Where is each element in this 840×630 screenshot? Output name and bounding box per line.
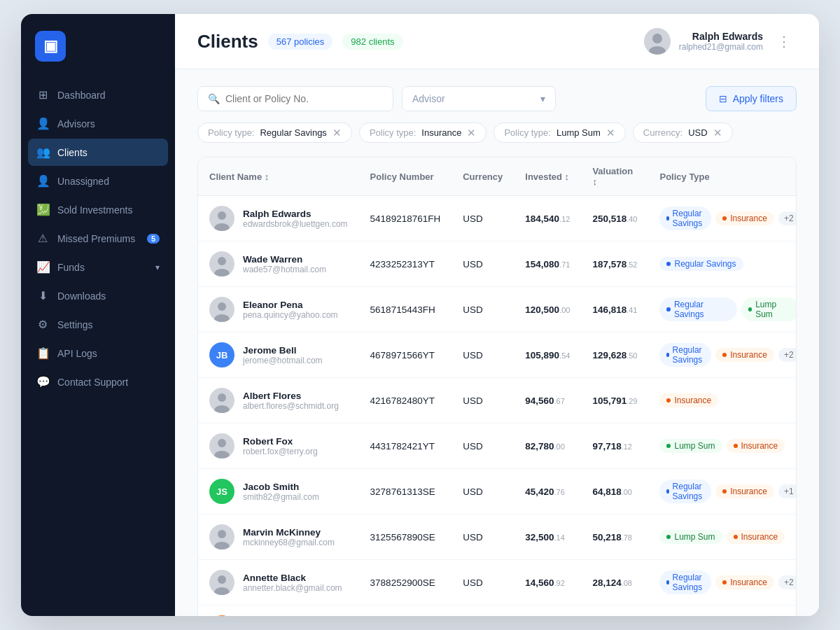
tag-dot xyxy=(722,353,727,357)
table-row: Robert Fox robert.fox@terry.org 44317824… xyxy=(198,424,797,469)
col-client-name[interactable]: Client Name ↕ xyxy=(198,158,359,196)
filter-remove-2[interactable]: ✕ xyxy=(606,127,615,138)
tag-dot xyxy=(666,216,668,220)
sidebar-item-contact-support[interactable]: 💬 Contact Support xyxy=(28,368,168,396)
tag-dot xyxy=(734,535,738,539)
filter-value-3: USD xyxy=(688,127,707,138)
client-name-9: Annette Black xyxy=(243,573,342,583)
policy-tags-9: Regular Savings Insurance+2 xyxy=(659,570,797,594)
policy-tag-insurance: Insurance xyxy=(715,348,774,362)
client-name-6: Robert Fox xyxy=(243,436,318,447)
sidebar-item-missed-premiums[interactable]: ⚠ Missed Premiums 5 xyxy=(28,225,168,252)
avatar-10: CF xyxy=(209,615,234,616)
search-box[interactable]: 🔍 xyxy=(197,86,393,111)
filter-remove-0[interactable]: ✕ xyxy=(332,127,342,138)
tag-dot xyxy=(666,353,668,357)
advisor-dropdown[interactable]: Advisor ▾ xyxy=(402,86,556,111)
client-name-5: Albert Flores xyxy=(243,391,339,401)
avatar xyxy=(644,28,671,55)
currency-10: USD xyxy=(451,606,514,617)
svg-point-19 xyxy=(218,530,226,538)
avatar-2 xyxy=(209,251,234,276)
policy-tag-insurance: Insurance xyxy=(715,575,774,589)
col-policy-number: Policy Number xyxy=(359,158,452,196)
svg-point-4 xyxy=(218,211,226,220)
tag-dot xyxy=(748,307,752,312)
client-info-2: Wade Warren wade57@hotmail.com xyxy=(243,254,326,274)
invested-1: 184,540.12 xyxy=(514,196,581,241)
sidebar-item-funds[interactable]: 📈 Funds ▾ xyxy=(28,253,168,281)
policy-tag-lump: Lump Sum xyxy=(741,298,797,321)
policy-tag-regular: Regular Savings xyxy=(659,298,736,321)
client-name-7: Jacob Smith xyxy=(243,482,319,492)
advisor-label: Advisor xyxy=(412,93,445,104)
sidebar-item-label: Advisors xyxy=(57,118,95,130)
sidebar-nav: ⊞ Dashboard 👤 Advisors 👥 Clients 👤 Unass… xyxy=(21,81,175,599)
unassigned-icon: 👤 xyxy=(36,174,49,188)
table-row: Eleanor Pena pena.quincy@yahoo.com 56187… xyxy=(198,287,797,332)
policy-tags-5: Insurance xyxy=(659,393,797,407)
client-email-5: albert.flores@schmidt.org xyxy=(243,401,339,411)
sold-investments-icon: 💹 xyxy=(36,203,49,216)
clients-table-container: Client Name ↕ Policy Number Currency Inv… xyxy=(197,157,797,616)
valuation-7: 64,818.00 xyxy=(581,469,648,514)
policy-tag-regular: Regular Savings xyxy=(659,206,711,230)
funds-icon: 📈 xyxy=(36,260,49,274)
filter-tag-2: Policy type: Lump Sum ✕ xyxy=(493,122,625,143)
clients-table: Client Name ↕ Policy Number Currency Inv… xyxy=(198,158,797,616)
sidebar-item-label: API Logs xyxy=(57,348,97,359)
filter-value-2: Lump Sum xyxy=(556,127,601,138)
col-valuation[interactable]: Valuation ↕ xyxy=(581,158,648,196)
page-title: Clients xyxy=(197,31,258,52)
client-cell-8: Marvin McKinney mckinney68@gmail.com xyxy=(198,514,359,560)
invested-10: 6,780.12 xyxy=(514,606,581,617)
filter-remove-1[interactable]: ✕ xyxy=(467,127,476,138)
tag-dot xyxy=(734,444,738,448)
policy-number-9: 3788252900SE xyxy=(359,560,452,606)
filter-remove-3[interactable]: ✕ xyxy=(713,127,722,138)
search-input[interactable] xyxy=(225,93,383,104)
main-content: Clients 567 policies 982 clients Ralph E… xyxy=(175,14,819,616)
policy-number-2: 4233252313YT xyxy=(359,241,452,287)
tag-dot xyxy=(666,535,671,539)
policy-type-cell-6: Lump Sum Insurance xyxy=(648,424,797,469)
tag-dot xyxy=(666,444,671,448)
col-currency: Currency xyxy=(451,158,514,196)
filter-label-2: Policy type: xyxy=(504,127,550,138)
client-name-4: Jerome Bell xyxy=(243,345,323,356)
avatar-7: JS xyxy=(209,479,234,504)
more-options-button[interactable]: ⋮ xyxy=(771,30,797,52)
filter-tag-1: Policy type: Insurance ✕ xyxy=(359,122,487,143)
tag-dot xyxy=(666,398,671,402)
apply-filters-button[interactable]: ⊟ Apply filters xyxy=(706,86,797,111)
sidebar-item-downloads[interactable]: ⬇ Downloads xyxy=(28,282,168,309)
table-row: Annette Black annetter.black@gmail.com 3… xyxy=(198,560,797,606)
currency-8: USD xyxy=(451,514,514,560)
sidebar-item-dashboard[interactable]: ⊞ Dashboard xyxy=(28,81,168,108)
tag-dot xyxy=(666,580,668,584)
sidebar-item-unassigned[interactable]: 👤 Unassigned xyxy=(28,167,168,195)
client-email-2: wade57@hotmail.com xyxy=(243,265,326,274)
col-invested[interactable]: Invested ↕ xyxy=(514,158,581,196)
sidebar-item-api-logs[interactable]: 📋 API Logs xyxy=(28,340,168,367)
svg-point-7 xyxy=(218,257,226,265)
client-info-9: Annette Black annetter.black@gmail.com xyxy=(243,573,342,593)
sidebar-item-sold-investments[interactable]: 💹 Sold Investments xyxy=(28,196,168,223)
policy-type-cell-5: Insurance xyxy=(648,378,797,424)
sidebar-item-advisors[interactable]: 👤 Advisors xyxy=(28,110,168,137)
policy-type-cell-4: Regular Savings Insurance+2 xyxy=(648,332,797,378)
sidebar-item-clients[interactable]: 👥 Clients xyxy=(28,139,168,166)
currency-7: USD xyxy=(451,469,514,514)
table-row: Wade Warren wade57@hotmail.com 423325231… xyxy=(198,241,797,287)
avatar-3 xyxy=(209,297,234,322)
client-info-4: Jerome Bell jerome@hotmail.com xyxy=(243,345,323,365)
user-email: ralphed21@gmail.com xyxy=(679,42,763,52)
tag-more-4: +2 xyxy=(778,348,797,362)
client-cell-6: Robert Fox robert.fox@terry.org xyxy=(198,424,359,469)
dashboard-icon: ⊞ xyxy=(36,88,49,102)
currency-1: USD xyxy=(451,196,514,241)
client-info-5: Albert Flores albert.flores@schmidt.org xyxy=(243,391,339,411)
policy-tags-4: Regular Savings Insurance+2 xyxy=(659,343,797,367)
policy-number-7: 3278761313SE xyxy=(359,469,452,514)
sidebar-item-settings[interactable]: ⚙ Settings xyxy=(28,311,168,338)
